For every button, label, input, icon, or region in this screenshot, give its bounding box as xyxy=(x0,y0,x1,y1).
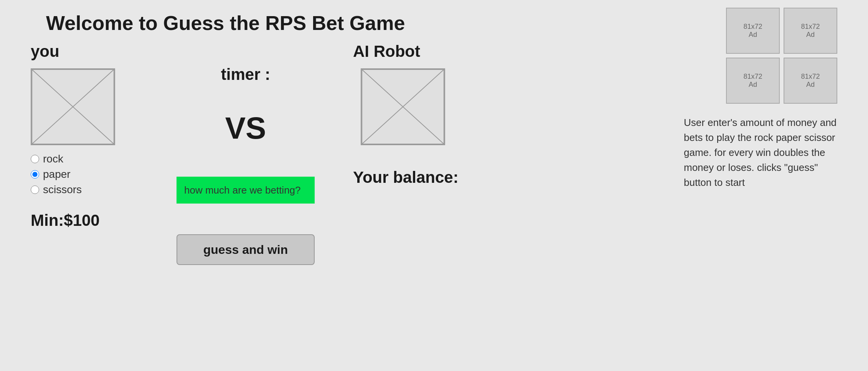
min-bet-label: Min:$100 xyxy=(31,211,100,230)
ad-1-label: Ad xyxy=(749,31,757,39)
scissors-option[interactable]: scissors xyxy=(31,184,82,196)
timer-label: timer : xyxy=(221,65,270,84)
ad-3-size: 81x72 xyxy=(743,73,762,81)
ad-4-label: Ad xyxy=(806,81,815,89)
ai-image xyxy=(361,68,445,145)
paper-label: paper xyxy=(43,168,71,181)
ad-2-size: 81x72 xyxy=(801,23,820,31)
page-title: Welcome to Guess the RPS Bet Game xyxy=(46,12,591,35)
ad-1: 81x72 Ad xyxy=(726,8,780,54)
ad-2: 81x72 Ad xyxy=(784,8,837,54)
scissors-label: scissors xyxy=(43,184,82,196)
scissors-radio[interactable] xyxy=(31,186,39,194)
player-label: you xyxy=(31,42,59,61)
ads-panel: 81x72 Ad 81x72 Ad 81x72 Ad 81x72 Ad xyxy=(726,8,837,104)
bet-input[interactable] xyxy=(177,177,315,204)
rock-option[interactable]: rock xyxy=(31,153,82,165)
ad-3: 81x72 Ad xyxy=(726,58,780,104)
ad-1-size: 81x72 xyxy=(743,23,762,31)
ad-3-label: Ad xyxy=(749,81,757,89)
rock-radio[interactable] xyxy=(31,155,39,163)
rock-label: rock xyxy=(43,153,63,165)
vs-text: VS xyxy=(225,111,266,146)
ai-label: AI Robot xyxy=(353,42,420,61)
description-panel: User enter's amount of money and bets to… xyxy=(684,115,837,190)
guess-button[interactable]: guess and win xyxy=(177,234,315,265)
ad-4-size: 81x72 xyxy=(801,73,820,81)
player-image xyxy=(31,68,115,145)
paper-option[interactable]: paper xyxy=(31,168,82,181)
paper-radio[interactable] xyxy=(31,170,39,179)
description-text: User enter's amount of money and bets to… xyxy=(684,115,837,190)
ad-2-label: Ad xyxy=(806,31,815,39)
balance-label: Your balance: xyxy=(353,168,459,187)
move-selection: rock paper scissors xyxy=(31,153,82,196)
ad-4: 81x72 Ad xyxy=(784,58,837,104)
